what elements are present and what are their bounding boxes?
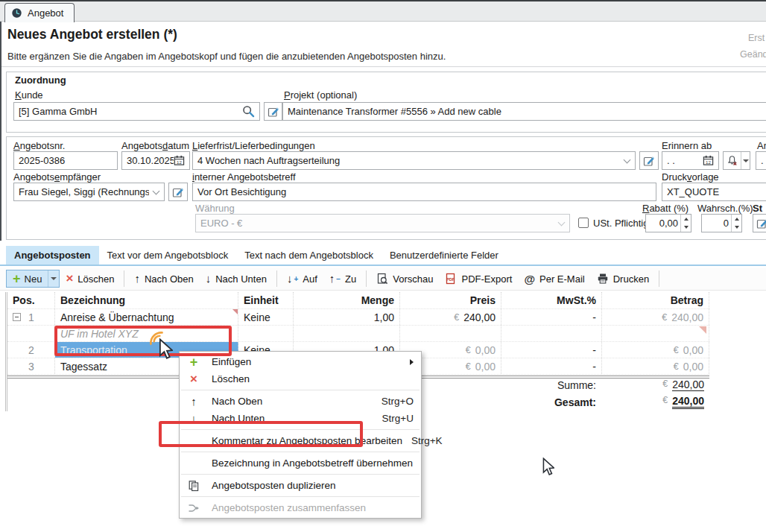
table-row[interactable]: 1 Anreise & Übernachtung Keine 1,00 €240… — [7, 309, 709, 326]
angebotsdatum-label: Angebotsdatum — [121, 140, 189, 151]
waehrung-label: Währung — [195, 203, 235, 214]
chevron-down-icon[interactable] — [624, 156, 631, 163]
comment-indicator-icon — [699, 326, 706, 334]
zuordnung-title: Zuordnung — [15, 75, 66, 86]
col-header-einheit[interactable]: Einheit — [238, 292, 294, 308]
toolbar-separator — [276, 270, 277, 287]
comment-indicator-icon — [232, 309, 238, 314]
arrow-up-icon: ↑ — [134, 273, 140, 284]
clipped-right-label: An — [757, 140, 766, 151]
neu-button[interactable]: +Neu — [6, 270, 60, 288]
neu-dropdown[interactable] — [48, 270, 59, 287]
header-divider — [0, 66, 766, 67]
spin-down[interactable] — [732, 224, 741, 232]
empfaenger-edit-button[interactable] — [168, 183, 188, 201]
menu-item-bezeichnung-uebernehmen[interactable]: Bezeichnung in Angebotsbetreff übernehme… — [180, 455, 421, 472]
calendar-icon[interactable] — [174, 155, 185, 166]
ust-checkbox[interactable] — [578, 218, 589, 228]
nach-unten-button[interactable]: ↓Nach Unten — [200, 270, 273, 288]
tab-benutzerdefinierte-felder[interactable]: Benutzerdefinierte Felder — [382, 246, 507, 265]
x-icon: × — [190, 374, 197, 384]
tab-text-nach[interactable]: Text nach dem Angebotsblock — [236, 246, 382, 265]
col-header-bezeichnung[interactable]: Bezeichnung — [55, 292, 238, 308]
spin-up[interactable] — [681, 215, 691, 224]
bell-off-icon — [727, 155, 738, 166]
col-header-preis[interactable]: Preis — [400, 292, 501, 308]
lieferfrist-combobox[interactable]: 4 Wochen nach Auftragserteilung — [192, 151, 636, 170]
meta-created: Erst — [748, 33, 765, 43]
spin-down[interactable] — [681, 224, 691, 232]
window-left-border — [0, 22, 1, 241]
menu-item-nach-oben[interactable]: ↑ Nach Oben Strg+O — [180, 393, 421, 410]
angebotsdatum-input[interactable]: 30.10.2025 — [121, 151, 190, 170]
currency-symbol: € — [662, 312, 667, 323]
currency-symbol: € — [466, 345, 471, 355]
chevron-down-icon[interactable] — [153, 187, 160, 194]
loeschen-button[interactable]: ×Löschen — [60, 270, 120, 288]
pdf-export-button[interactable]: PDF-Export — [439, 270, 518, 288]
col-header-pos[interactable]: Pos. — [7, 292, 55, 308]
submenu-arrow-icon — [410, 359, 414, 365]
duplicate-icon — [188, 480, 200, 492]
currency-symbol: € — [674, 345, 679, 355]
projekt-input[interactable]: Maintenance Transformer #5556 » Add new … — [282, 102, 766, 121]
menu-item-kommentar-bearbeiten[interactable]: Kommentar zu Angebotsposten bearbeiten S… — [180, 432, 421, 449]
druckvorlage-label: Druckvorlage — [662, 171, 719, 183]
menu-item-zusammenfassen: Angebotsposten zusammenfassen — [180, 499, 421, 516]
menu-separator — [181, 390, 420, 390]
col-header-menge[interactable]: Menge — [294, 292, 400, 308]
col-header-betrag[interactable]: Betrag — [602, 292, 709, 308]
betreff-input[interactable]: Vor Ort Besichtigung — [192, 183, 656, 201]
email-button[interactable]: @Per E-Mail — [518, 270, 590, 288]
menu-item-duplizieren[interactable]: Angebotsposten duplizieren — [180, 477, 421, 494]
tab-text-vor[interactable]: Text vor dem Angebotsblock — [99, 246, 237, 265]
lieferfrist-label: Lieferfrist/Lieferbedingungen — [192, 140, 315, 151]
drucken-button[interactable]: Drucken — [591, 270, 655, 288]
tab-angebotsposten[interactable]: Angebotsposten — [6, 246, 99, 265]
app-window: Angebot Neues Angebot erstellen (*) Bitt… — [0, 0, 766, 532]
col-header-mwst[interactable]: MwSt.% — [501, 292, 602, 308]
collapse-row-icon[interactable] — [13, 313, 21, 321]
collapse-all-icon: ↑ — [329, 273, 335, 284]
title-bar — [0, 0, 766, 22]
wahrsch-spinner[interactable]: 0 — [701, 214, 742, 232]
edit-note-icon — [172, 186, 184, 198]
kunde-input[interactable]: [5] Gamma GmbH — [13, 102, 260, 121]
zuklappen-button[interactable]: ↑−Zu — [323, 270, 363, 288]
empfaenger-combobox[interactable]: Frau Siegel, Siggi (Rechnungsadres — [13, 183, 165, 201]
calendar-icon[interactable] — [703, 155, 714, 166]
kunde-edit-button[interactable] — [264, 102, 282, 121]
reminder-off-button[interactable] — [723, 151, 750, 170]
x-icon: × — [66, 273, 73, 284]
erinnern-input[interactable]: . . — [662, 151, 719, 170]
aufklappen-button[interactable]: ↓+Auf — [281, 270, 323, 288]
status-label-clipped: St — [753, 203, 762, 214]
nach-oben-button[interactable]: ↑Nach Oben — [128, 270, 199, 288]
printer-icon — [597, 273, 609, 285]
menu-item-loeschen[interactable]: × Löschen — [180, 370, 421, 387]
rabatt-spinner[interactable]: 0,00 — [645, 214, 691, 232]
comment-row[interactable]: ÜF im Hotel XYZ — [7, 326, 709, 342]
clipped-right-input[interactable]: . . — [756, 151, 766, 170]
ust-label: USt. Pflichtig — [593, 218, 648, 229]
spin-up[interactable] — [732, 215, 741, 224]
reminder-dropdown[interactable] — [741, 152, 750, 169]
menu-item-einfuegen[interactable]: + Einfügen — [180, 353, 421, 370]
menu-item-nach-unten[interactable]: ↓ Nach Unten Strg+U — [180, 410, 421, 427]
druckvorlage-input[interactable]: XT_QUOTE — [662, 183, 766, 201]
mouse-cursor — [542, 457, 554, 476]
arrow-up-icon: ↑ — [191, 396, 197, 407]
page-title: Neues Angebot erstellen (*) — [7, 27, 177, 42]
search-icon[interactable] — [242, 105, 255, 118]
angebotsnr-input[interactable]: 2025-0386 — [13, 151, 118, 170]
lieferfrist-edit-button[interactable] — [639, 151, 659, 170]
document-tab[interactable]: Angebot — [4, 3, 75, 22]
vorschau-button[interactable]: Vorschau — [370, 270, 439, 288]
menu-separator — [181, 474, 420, 475]
waehrung-combobox: EURO - € — [195, 214, 570, 232]
status-edit-button[interactable] — [753, 214, 766, 232]
currency-symbol: € — [454, 312, 459, 323]
projekt-label: Projekt (optional) — [284, 89, 357, 101]
table-header-row: Pos. Bezeichnung Einheit Menge Preis MwS… — [7, 292, 709, 309]
at-icon: @ — [524, 273, 535, 285]
